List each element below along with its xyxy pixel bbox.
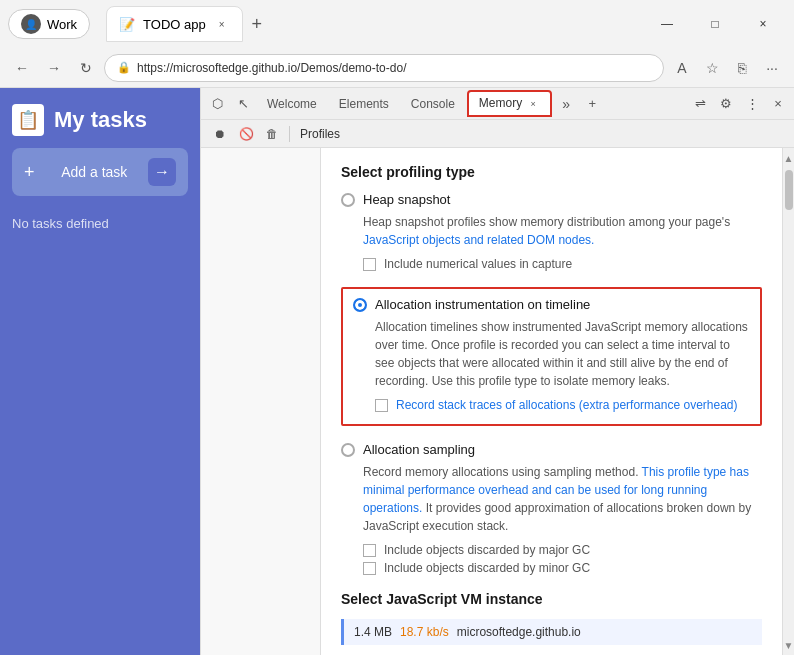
- read-aloud-button[interactable]: A: [668, 54, 696, 82]
- scroll-up-arrow[interactable]: ▲: [783, 150, 794, 166]
- browser-toolbar-icons: A ☆ ⎘ ···: [668, 54, 786, 82]
- allocation-timeline-label[interactable]: Allocation instrumentation on timeline: [375, 297, 590, 312]
- devtools-right-icons: ⇌ ⚙ ⋮ ×: [688, 92, 790, 116]
- allocation-timeline-desc: Allocation timelines show instrumented J…: [375, 318, 750, 390]
- allocation-sampling-label[interactable]: Allocation sampling: [363, 442, 475, 457]
- heap-snapshot-desc: Heap snapshot profiles show memory distr…: [363, 213, 762, 249]
- main-layout: 📋 My tasks + Add a task → No tasks defin…: [0, 88, 794, 655]
- app-sidebar: 📋 My tasks + Add a task → No tasks defin…: [0, 88, 200, 655]
- scroll-down-arrow[interactable]: ▼: [783, 637, 794, 653]
- vm-url: microsoftedge.github.io: [457, 625, 581, 639]
- tab-welcome[interactable]: Welcome: [257, 93, 327, 115]
- sampling-desc2: It provides good approximation of alloca…: [363, 501, 751, 533]
- heap-desc-text: Heap snapshot profiles show memory distr…: [363, 215, 730, 229]
- devtools-tabs-bar: ⬡ ↖ Welcome Elements Console Memory× » +…: [201, 88, 794, 120]
- delete-button[interactable]: 🗑: [261, 123, 283, 145]
- devtools-scrollbar[interactable]: ▲ ▼: [782, 148, 794, 655]
- include-numerical-row: Include numerical values in capture: [363, 257, 762, 271]
- include-minor-gc-label[interactable]: Include objects discarded by minor GC: [384, 561, 590, 575]
- devtools-close-button[interactable]: ×: [766, 92, 790, 116]
- devtools-cursor-icon[interactable]: ↖: [231, 92, 255, 116]
- profiles-label: Profiles: [300, 127, 340, 141]
- record-stack-label[interactable]: Record stack traces of allocations (extr…: [396, 398, 738, 412]
- tab-elements[interactable]: Elements: [329, 93, 399, 115]
- devtools-device-icon[interactable]: ⬡: [205, 92, 229, 116]
- memory-tab-close-icon[interactable]: ×: [526, 97, 540, 111]
- forward-button[interactable]: →: [40, 54, 68, 82]
- refresh-button[interactable]: ↻: [72, 54, 100, 82]
- minimize-button[interactable]: —: [644, 8, 690, 40]
- include-numerical-checkbox[interactable]: [363, 258, 376, 271]
- heap-snapshot-option: Heap snapshot Heap snapshot profiles sho…: [341, 192, 762, 271]
- profiles-panel: [201, 148, 321, 655]
- record-stack-row: Record stack traces of allocations (extr…: [375, 398, 750, 412]
- profile-label: Work: [47, 17, 77, 32]
- vm-instance-row[interactable]: 1.4 MB 18.7 kb/s microsoftedge.github.io: [341, 619, 762, 645]
- record-stack-checkbox[interactable]: [375, 399, 388, 412]
- allocation-sampling-radio[interactable]: [341, 443, 355, 457]
- vm-size: 1.4 MB: [354, 625, 392, 639]
- tab-favicon: 📝: [119, 17, 135, 32]
- add-task-button[interactable]: + Add a task →: [12, 148, 188, 196]
- record-button[interactable]: ⏺: [209, 123, 231, 145]
- select-profiling-title: Select profiling type: [341, 164, 762, 180]
- allocation-sampling-desc: Record memory allocations using sampling…: [363, 463, 762, 535]
- include-numerical-label[interactable]: Include numerical values in capture: [384, 257, 572, 271]
- new-tab-button[interactable]: +: [243, 10, 271, 38]
- devtools-toolbar: ⏺ 🚫 🗑 Profiles: [201, 120, 794, 148]
- heap-snapshot-header: Heap snapshot: [341, 192, 762, 207]
- tab-close-button[interactable]: ×: [214, 16, 230, 32]
- dock-icon[interactable]: ⇌: [688, 92, 712, 116]
- include-major-gc-checkbox[interactable]: [363, 544, 376, 557]
- add-task-arrow-icon: →: [148, 158, 176, 186]
- add-task-label: Add a task: [61, 164, 127, 180]
- include-minor-gc-checkbox[interactable]: [363, 562, 376, 575]
- app-title-text: My tasks: [54, 107, 147, 133]
- tab-memory[interactable]: Memory×: [467, 90, 552, 117]
- vm-rate: 18.7 kb/s: [400, 625, 449, 639]
- app-icon: 📋: [12, 104, 44, 136]
- profile-icon: 👤: [21, 14, 41, 34]
- share-button[interactable]: ⎘: [728, 54, 756, 82]
- settings-button[interactable]: ···: [758, 54, 786, 82]
- allocation-sampling-option: Allocation sampling Record memory alloca…: [341, 442, 762, 575]
- devtools-body: Select profiling type Heap snapshot Heap…: [201, 148, 794, 655]
- profiles-header: [201, 152, 320, 160]
- heap-snapshot-label[interactable]: Heap snapshot: [363, 192, 450, 207]
- add-tab-button[interactable]: +: [580, 92, 604, 116]
- allocation-timeline-radio[interactable]: [353, 298, 367, 312]
- allocation-sampling-header: Allocation sampling: [341, 442, 762, 457]
- profile-button[interactable]: 👤 Work: [8, 9, 90, 39]
- clear-button[interactable]: 🚫: [235, 123, 257, 145]
- tab-title: TODO app: [143, 17, 206, 32]
- content-area[interactable]: Select profiling type Heap snapshot Heap…: [321, 148, 782, 655]
- allocation-timeline-option: Allocation instrumentation on timeline A…: [341, 287, 762, 426]
- back-button[interactable]: ←: [8, 54, 36, 82]
- heap-desc-link: JavaScript objects and related DOM nodes…: [363, 233, 594, 247]
- maximize-button[interactable]: □: [692, 8, 738, 40]
- close-button[interactable]: ×: [740, 8, 786, 40]
- js-vm-title: Select JavaScript VM instance: [341, 591, 762, 607]
- sampling-desc1: Record memory allocations using sampling…: [363, 465, 642, 479]
- window-controls: — □ ×: [644, 8, 786, 40]
- address-bar: ← → ↻ 🔒 https://microsoftedge.github.io/…: [0, 48, 794, 88]
- more-tabs-button[interactable]: »: [554, 92, 578, 116]
- add-task-plus-icon: +: [24, 162, 35, 183]
- include-major-gc-label[interactable]: Include objects discarded by major GC: [384, 543, 590, 557]
- tab-console[interactable]: Console: [401, 93, 465, 115]
- memory-tab-label: Memory: [479, 96, 522, 110]
- include-major-gc-row: Include objects discarded by major GC: [363, 543, 762, 557]
- devtools-settings-icon[interactable]: ⚙: [714, 92, 738, 116]
- favorites-button[interactable]: ☆: [698, 54, 726, 82]
- devtools-more-options-icon[interactable]: ⋮: [740, 92, 764, 116]
- js-vm-section: Select JavaScript VM instance 1.4 MB 18.…: [341, 591, 762, 645]
- address-input[interactable]: 🔒 https://microsoftedge.github.io/Demos/…: [104, 54, 664, 82]
- browser-tab[interactable]: 📝 TODO app ×: [106, 6, 243, 42]
- scroll-thumb[interactable]: [785, 170, 793, 210]
- include-minor-gc-row: Include objects discarded by minor GC: [363, 561, 762, 575]
- toolbar-divider: [289, 126, 290, 142]
- app-title: 📋 My tasks: [12, 104, 188, 136]
- lock-icon: 🔒: [117, 61, 131, 74]
- title-bar: 👤 Work 📝 TODO app × + — □ ×: [0, 0, 794, 48]
- heap-snapshot-radio[interactable]: [341, 193, 355, 207]
